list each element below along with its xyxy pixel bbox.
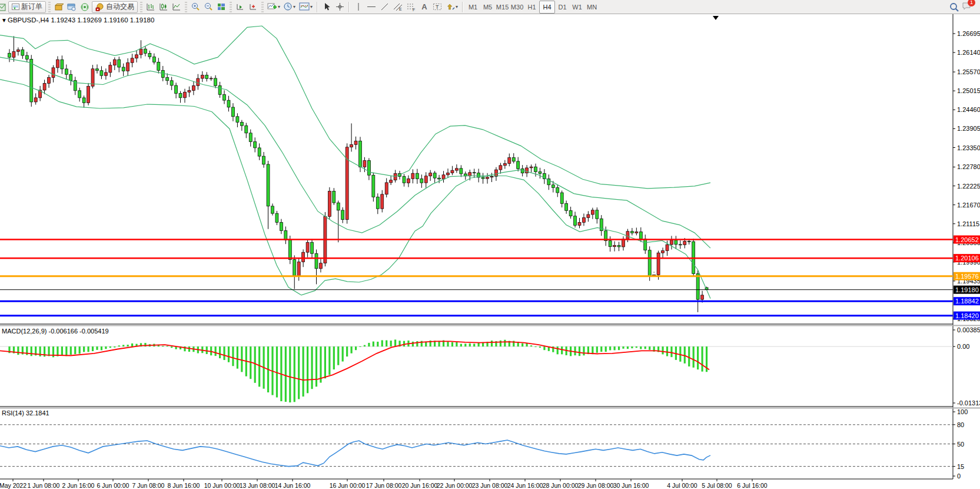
bollinger-lower bbox=[0, 80, 710, 299]
clipped-chart-icon bbox=[0, 1, 7, 13]
svg-text:4 Jul 00:00: 4 Jul 00:00 bbox=[667, 482, 697, 489]
svg-text:8 Jun 16:00: 8 Jun 16:00 bbox=[168, 482, 200, 489]
macd-pane bbox=[0, 339, 953, 402]
svg-text:10 Jun 00:00: 10 Jun 00:00 bbox=[204, 482, 240, 489]
svg-text:1.19180: 1.19180 bbox=[955, 286, 979, 293]
svg-text:0.00: 0.00 bbox=[957, 343, 969, 350]
svg-text:1.21670: 1.21670 bbox=[957, 201, 980, 209]
tab-mn[interactable]: MN bbox=[584, 1, 599, 13]
svg-text:50: 50 bbox=[957, 441, 964, 448]
fibonacci-tool[interactable]: F bbox=[405, 1, 417, 13]
zoom-in-icon[interactable] bbox=[190, 1, 201, 13]
main-chart-pane bbox=[0, 26, 953, 316]
new-chart-button[interactable]: ▾ bbox=[266, 1, 281, 13]
svg-text:0: 0 bbox=[957, 473, 961, 480]
text-label-tool[interactable]: T bbox=[431, 1, 443, 13]
crosshair-tool[interactable] bbox=[334, 1, 346, 13]
search-icon[interactable] bbox=[948, 1, 961, 13]
rsi-pane bbox=[0, 425, 953, 467]
equidistant-channel-tool[interactable]: E bbox=[391, 1, 404, 13]
periods-button[interactable]: ▾ bbox=[283, 1, 297, 13]
macd-label: MACD(12,26,9) -0.006166 -0.005419 bbox=[2, 328, 109, 335]
autotrading-button[interactable]: 自动交易 bbox=[92, 1, 138, 13]
chart-ohlc-header: ▾ GBPUSD-,H4 1.19243 1.19269 1.19160 1.1… bbox=[2, 16, 154, 24]
svg-text:16 Jun 00:00: 16 Jun 00:00 bbox=[330, 482, 366, 489]
tile-windows-icon[interactable] bbox=[215, 1, 227, 13]
notification-badge: 1 bbox=[968, 0, 975, 6]
autotrading-icon bbox=[95, 3, 104, 11]
line-chart-icon[interactable] bbox=[171, 1, 182, 13]
tab-m5[interactable]: M5 bbox=[480, 1, 495, 13]
cursor-tool[interactable] bbox=[321, 1, 333, 13]
rsi-label: RSI(14) 32.1841 bbox=[2, 409, 49, 417]
svg-text:23 Jun 08:00: 23 Jun 08:00 bbox=[472, 482, 508, 489]
svg-text:1.22225: 1.22225 bbox=[957, 183, 980, 190]
tab-d1[interactable]: D1 bbox=[555, 1, 570, 13]
svg-text:F: F bbox=[413, 8, 415, 12]
svg-text:1.23905: 1.23905 bbox=[957, 125, 980, 132]
svg-text:20 Jun 16:00: 20 Jun 16:00 bbox=[402, 482, 438, 489]
svg-text:1.20106: 1.20106 bbox=[955, 255, 979, 262]
svg-text:13 Jun 08:00: 13 Jun 08:00 bbox=[240, 482, 275, 489]
svg-text:30 Jun 16:00: 30 Jun 16:00 bbox=[613, 482, 649, 489]
svg-text:E: E bbox=[399, 7, 402, 11]
tab-m30[interactable]: M30 bbox=[510, 1, 524, 13]
svg-text:1.26140: 1.26140 bbox=[957, 49, 980, 56]
time-axis: May 20221 Jun 08:002 Jun 16:006 Jun 00:0… bbox=[0, 479, 768, 489]
chart-shift-icon[interactable] bbox=[247, 1, 259, 13]
autotrading-label: 自动交易 bbox=[106, 2, 134, 12]
navigator-icon[interactable] bbox=[66, 1, 78, 13]
indicators-button[interactable]: ▾ bbox=[298, 1, 314, 13]
candles bbox=[8, 36, 709, 312]
svg-text:6 Jun 00:00: 6 Jun 00:00 bbox=[97, 482, 129, 489]
shift-marker-icon bbox=[713, 16, 719, 20]
horizontal-line-tool[interactable] bbox=[366, 1, 377, 13]
chevron-down-icon: ▾ bbox=[310, 4, 313, 9]
svg-text:15: 15 bbox=[957, 463, 964, 470]
svg-text:1.23350: 1.23350 bbox=[957, 144, 980, 151]
svg-text:80: 80 bbox=[957, 421, 964, 428]
mt4-terminal: { "toolbar": { "new_order_label": "新订单",… bbox=[0, 0, 980, 489]
tab-w1[interactable]: W1 bbox=[570, 1, 584, 13]
chevron-down-icon: ▾ bbox=[278, 4, 280, 9]
svg-text:1.24460: 1.24460 bbox=[957, 106, 980, 113]
svg-text:29 Jun 08:00: 29 Jun 08:00 bbox=[578, 482, 614, 489]
svg-text:6 Jul 16:00: 6 Jul 16:00 bbox=[737, 482, 768, 489]
tab-h1[interactable]: H1 bbox=[524, 1, 539, 13]
bollinger-upper bbox=[0, 26, 710, 189]
arrows-tool[interactable]: ▾ bbox=[444, 1, 459, 13]
svg-text:5 Jul 08:00: 5 Jul 08:00 bbox=[702, 482, 732, 489]
svg-text:1.18420: 1.18420 bbox=[955, 312, 979, 319]
svg-text:28 Jun 00:00: 28 Jun 00:00 bbox=[543, 482, 579, 489]
new-order-icon bbox=[12, 3, 19, 11]
svg-text:1.22780: 1.22780 bbox=[957, 163, 980, 170]
notifications-button[interactable]: 1 bbox=[961, 1, 972, 13]
chevron-down-icon: ▾ bbox=[456, 4, 458, 9]
new-order-button[interactable]: 新订单 bbox=[8, 1, 46, 13]
tab-m1[interactable]: M1 bbox=[466, 1, 480, 13]
signal-icon[interactable] bbox=[79, 1, 91, 13]
svg-text:1.25570: 1.25570 bbox=[957, 68, 980, 75]
vertical-line-tool[interactable] bbox=[353, 1, 364, 13]
svg-text:1.21115: 1.21115 bbox=[957, 220, 979, 227]
candlestick-chart-icon[interactable] bbox=[158, 1, 170, 13]
svg-text:100: 100 bbox=[957, 408, 968, 415]
chevron-down-icon: ▾ bbox=[293, 4, 295, 9]
svg-text:7 Jun 08:00: 7 Jun 08:00 bbox=[132, 482, 165, 489]
svg-text:1 Jun 08:00: 1 Jun 08:00 bbox=[28, 482, 60, 489]
zoom-out-icon[interactable] bbox=[202, 1, 214, 13]
tab-m15[interactable]: M15 bbox=[495, 1, 510, 13]
text-tool[interactable]: A bbox=[418, 1, 430, 13]
clock-icon bbox=[284, 2, 293, 11]
market-watch-icon[interactable] bbox=[53, 1, 65, 13]
indicators-icon bbox=[299, 2, 310, 11]
svg-text:1.18842: 1.18842 bbox=[955, 298, 979, 305]
top-toolbar: 新订单 自动交易 ▾ ▾ bbox=[0, 0, 980, 14]
trendline-tool[interactable] bbox=[378, 1, 390, 13]
bar-chart-icon[interactable] bbox=[145, 1, 157, 13]
tab-h4[interactable]: H4 bbox=[539, 1, 555, 14]
auto-scroll-icon[interactable] bbox=[234, 1, 246, 13]
chart-canvas[interactable]: ▾ GBPUSD-,H4 1.19243 1.19269 1.19160 1.1… bbox=[0, 14, 980, 489]
svg-text:0.003854: 0.003854 bbox=[957, 326, 980, 333]
svg-text:1.26695: 1.26695 bbox=[957, 30, 980, 37]
